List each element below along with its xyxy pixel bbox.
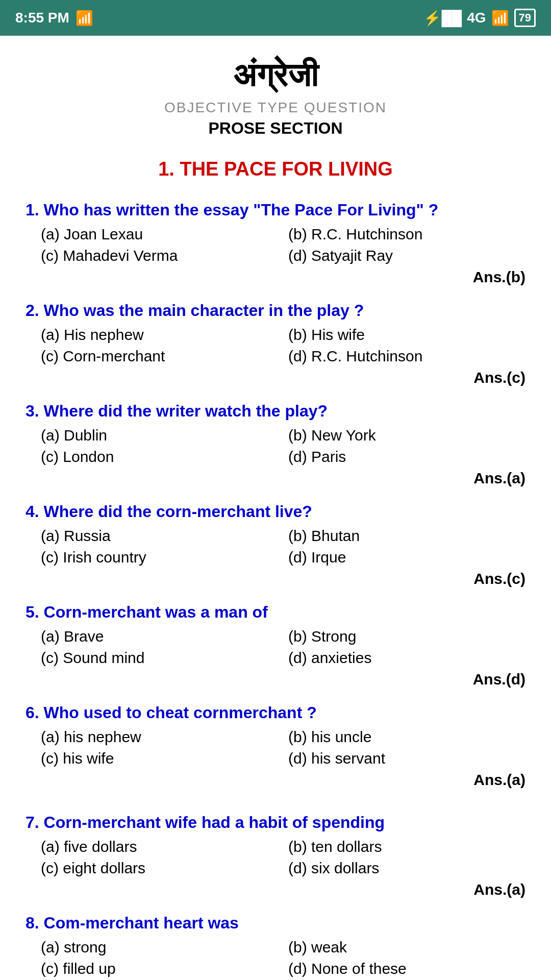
option-1-1: (b) R.C. Hutchinson xyxy=(288,226,525,243)
option-8-2: (c) filled up xyxy=(41,960,278,977)
option-6-2: (c) his wife xyxy=(41,750,278,767)
option-2-3: (d) R.C. Hutchinson xyxy=(288,348,525,365)
option-5-1: (b) Strong xyxy=(288,628,525,645)
option-3-2: (c) London xyxy=(41,448,278,465)
answer-5: Ans.(d) xyxy=(26,671,525,688)
option-6-3: (d) his servant xyxy=(288,750,525,767)
question-block-7: 7. Corn-merchant wife had a habit of spe… xyxy=(26,813,525,898)
options-grid-4: (a) Russia(b) Bhutan(c) Irish country(d)… xyxy=(26,527,525,566)
option-7-2: (c) eight dollars xyxy=(41,860,278,877)
question-block-5: 5. Corn-merchant was a man of(a) Brave(b… xyxy=(26,603,525,688)
option-3-0: (a) Dublin xyxy=(41,427,278,444)
option-2-0: (a) His nephew xyxy=(41,326,278,344)
option-6-1: (b) his uncle xyxy=(288,728,525,746)
answer-2: Ans.(c) xyxy=(26,369,525,386)
options-grid-2: (a) His nephew(b) His wife(c) Corn-merch… xyxy=(26,326,525,365)
option-4-3: (d) Irque xyxy=(288,549,525,566)
option-1-3: (d) Satyajit Ray xyxy=(288,247,525,264)
option-5-2: (c) Sound mind xyxy=(41,649,278,667)
signal-icon: ⚡██ xyxy=(423,10,462,27)
option-2-1: (b) His wife xyxy=(288,326,525,344)
answer-4: Ans.(c) xyxy=(26,570,525,587)
option-5-3: (d) anxieties xyxy=(288,649,525,667)
question-block-3: 3. Where did the writer watch the play?(… xyxy=(26,402,525,487)
battery-display: 79 xyxy=(514,9,536,27)
time-display: 8:55 PM xyxy=(15,10,69,26)
subtitle-gray: OBJECTIVE TYPE QUESTION xyxy=(26,100,525,116)
answer-6: Ans.(a) xyxy=(26,771,525,789)
options-grid-1: (a) Joan Lexau(b) R.C. Hutchinson(c) Mah… xyxy=(26,226,525,264)
options-grid-6: (a) his nephew(b) his uncle(c) his wife(… xyxy=(26,728,525,767)
question-text-8: 8. Com-merchant heart was xyxy=(26,914,525,933)
subtitle-bold: PROSE SECTION xyxy=(26,119,525,138)
status-bar: 8:55 PM 📶 ⚡██ 4G 📶 79 xyxy=(0,0,551,36)
answer-1: Ans.(b) xyxy=(26,268,525,286)
section-title: 1. THE PACE FOR LIVING xyxy=(26,158,525,180)
question-text-3: 3. Where did the writer watch the play? xyxy=(26,402,525,421)
question-text-4: 4. Where did the corn-merchant live? xyxy=(26,502,525,521)
option-5-0: (a) Brave xyxy=(41,628,278,645)
question-block-2: 2. Who was the main character in the pla… xyxy=(26,301,525,386)
options-grid-8: (a) strong(b) weak(c) filled up(d) None … xyxy=(26,939,525,977)
wifi-icon-right: 📶 xyxy=(491,10,509,27)
network-type: 4G xyxy=(467,10,486,26)
question-text-1: 1. Who has written the essay "The Pace F… xyxy=(26,201,525,219)
option-3-1: (b) New York xyxy=(288,427,525,444)
option-7-3: (d) six dollars xyxy=(288,860,525,877)
options-grid-3: (a) Dublin(b) New York(c) London(d) Pari… xyxy=(26,427,525,465)
question-text-6: 6. Who used to cheat cornmerchant ? xyxy=(26,703,525,722)
option-8-0: (a) strong xyxy=(41,939,278,956)
page-title: अंग्रेजी xyxy=(26,56,525,94)
question-block-4: 4. Where did the corn-merchant live?(a) … xyxy=(26,502,525,587)
option-7-1: (b) ten dollars xyxy=(288,838,525,855)
questions-container: 1. Who has written the essay "The Pace F… xyxy=(26,201,525,980)
options-grid-7: (a) five dollars(b) ten dollars(c) eight… xyxy=(26,838,525,877)
option-4-0: (a) Russia xyxy=(41,527,278,545)
answer-7: Ans.(a) xyxy=(26,881,525,898)
status-right: ⚡██ 4G 📶 79 xyxy=(423,9,536,27)
option-4-1: (b) Bhutan xyxy=(288,527,525,545)
option-1-2: (c) Mahadevi Verma xyxy=(41,247,278,264)
option-1-0: (a) Joan Lexau xyxy=(41,226,278,243)
question-text-2: 2. Who was the main character in the pla… xyxy=(26,301,525,320)
wifi-icon: 📶 xyxy=(76,10,93,27)
option-8-1: (b) weak xyxy=(288,939,525,956)
answer-3: Ans.(a) xyxy=(26,470,525,487)
status-left: 8:55 PM 📶 xyxy=(15,10,93,27)
question-text-5: 5. Corn-merchant was a man of xyxy=(26,603,525,622)
option-7-0: (a) five dollars xyxy=(41,838,278,855)
question-block-8: 8. Com-merchant heart was(a) strong(b) w… xyxy=(26,914,525,980)
option-2-2: (c) Corn-merchant xyxy=(41,348,278,365)
option-6-0: (a) his nephew xyxy=(41,728,278,746)
option-4-2: (c) Irish country xyxy=(41,549,278,566)
option-8-3: (d) None of these xyxy=(288,960,525,977)
question-block-6: 6. Who used to cheat cornmerchant ?(a) h… xyxy=(26,703,525,798)
question-block-1: 1. Who has written the essay "The Pace F… xyxy=(26,201,525,286)
question-text-7: 7. Corn-merchant wife had a habit of spe… xyxy=(26,813,525,832)
option-3-3: (d) Paris xyxy=(288,448,525,465)
options-grid-5: (a) Brave(b) Strong(c) Sound mind(d) anx… xyxy=(26,628,525,667)
main-content: अंग्रेजी OBJECTIVE TYPE QUESTION PROSE S… xyxy=(0,36,551,980)
